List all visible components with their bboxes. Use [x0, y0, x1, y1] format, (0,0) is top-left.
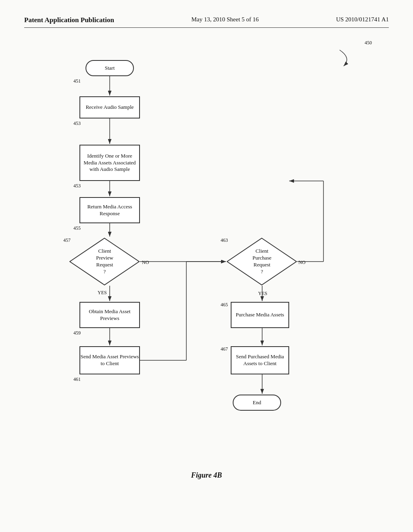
send-purchased-node: Send Purchased Media Assets to Client: [231, 346, 289, 374]
header-left: Patent Application Publication: [24, 16, 114, 24]
return-node: Return Media Access Response: [79, 197, 140, 223]
purchase-node: Purchase Media Assets: [231, 302, 289, 328]
label-yes-purchase: YES: [258, 291, 267, 297]
label-no-preview: NO: [142, 260, 149, 266]
ref-463: 463: [221, 237, 228, 243]
header-center: May 13, 2010 Sheet 5 of 16: [191, 16, 259, 23]
ref-461: 461: [73, 376, 81, 382]
page-header: Patent Application Publication May 13, 2…: [24, 16, 389, 28]
ref-450: 450: [365, 40, 372, 46]
identify-node: Identify One or More Media Assets Associ…: [79, 145, 140, 181]
client-purchase-diamond: ClientPurchaseRequest?: [227, 237, 297, 286]
figure-caption: Figure 4B: [24, 471, 389, 480]
send-previews-node: Send Media Asset Previews to Client: [79, 346, 140, 374]
flowchart: 450 Start 451 Receive Audio Sample 453 I…: [33, 40, 380, 463]
ref-465: 465: [221, 302, 228, 308]
ref-453: 453: [73, 121, 81, 127]
client-preview-diamond: ClientPreviewRequest?: [69, 237, 140, 286]
label-no-purchase: NO: [298, 260, 305, 266]
ref-467: 467: [221, 346, 228, 352]
ref-453b: 453: [73, 183, 81, 189]
end-node: End: [233, 395, 281, 411]
ref-459: 459: [73, 330, 81, 336]
ref-457: 457: [63, 237, 71, 243]
ref-451: 451: [73, 78, 81, 84]
header-right: US 2010/0121741 A1: [336, 16, 389, 23]
start-node: Start: [86, 60, 134, 76]
ref-455: 455: [73, 225, 81, 231]
page: Patent Application Publication May 13, 2…: [0, 0, 413, 532]
obtain-node: Obtain Media Asset Previews: [79, 302, 140, 328]
label-yes-preview: YES: [98, 290, 107, 296]
receive-node: Receive Audio Sample: [79, 96, 140, 118]
